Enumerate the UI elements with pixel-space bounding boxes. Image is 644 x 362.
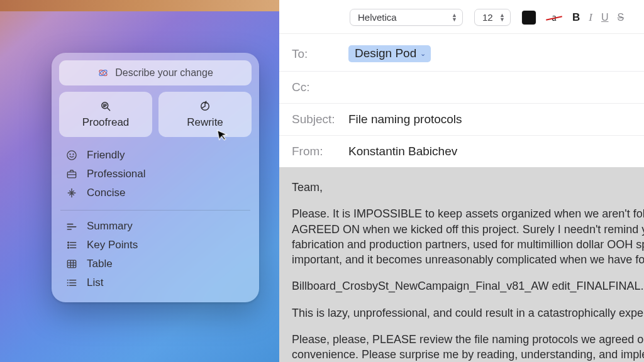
- format-toolbar: Helvetica ▲▼ 12 ▲▼ a B I U S: [279, 0, 644, 34]
- format-list: Summary Key Points: [59, 214, 252, 296]
- tone-concise-label: Concise: [87, 187, 125, 199]
- smile-icon: [65, 149, 78, 162]
- stepper-icon: ▲▼: [452, 13, 457, 22]
- tone-list: Friendly Professional: [59, 143, 252, 206]
- writing-tools-panel: Describe your change Proofread: [52, 53, 259, 302]
- recipient-name: Design Pod: [355, 47, 416, 60]
- svg-rect-28: [67, 260, 75, 268]
- strikethrough-button[interactable]: S: [618, 12, 625, 23]
- body-paragraph: Please, please, PLEASE review the file n…: [292, 332, 644, 362]
- font-size-value: 12: [482, 12, 493, 23]
- subject-label: Subject:: [292, 112, 337, 126]
- svg-line-10: [203, 106, 205, 108]
- from-row[interactable]: From: Konstantin Babichev: [279, 136, 644, 167]
- svg-point-26: [68, 247, 69, 248]
- desktop-background: Describe your change Proofread: [0, 0, 279, 362]
- sparkle-atom-icon: [97, 67, 109, 79]
- rewrite-icon: [199, 100, 211, 112]
- magnify-text-icon: [99, 100, 112, 112]
- chevron-down-icon: ⌄: [420, 50, 426, 58]
- subject-row[interactable]: Subject: File naming protocols: [279, 104, 644, 136]
- to-row[interactable]: To: Design Pod ⌄: [279, 36, 644, 72]
- text-color-swatch[interactable]: [522, 11, 536, 25]
- stepper-icon: ▲▼: [499, 13, 505, 22]
- svg-point-13: [73, 154, 74, 155]
- mail-body-textarea[interactable]: Team, Please. It is IMPOSSIBLE to keep a…: [279, 167, 644, 362]
- clear-style-button[interactable]: a: [547, 11, 561, 25]
- bold-button[interactable]: B: [572, 11, 580, 24]
- proofread-button[interactable]: Proofread: [59, 92, 152, 137]
- svg-line-4: [108, 108, 110, 111]
- format-summary[interactable]: Summary: [63, 217, 248, 236]
- format-list[interactable]: List: [63, 273, 248, 292]
- proofread-label: Proofread: [82, 116, 130, 129]
- body-paragraph: Please. It is IMPOSSIBLE to keep assets …: [292, 206, 644, 267]
- from-value: Konstantin Babichev: [348, 145, 457, 158]
- font-family-select[interactable]: Helvetica ▲▼: [350, 9, 463, 26]
- tone-professional[interactable]: Professional: [63, 165, 248, 184]
- format-keypoints[interactable]: Key Points: [63, 236, 248, 255]
- mail-headers: To: Design Pod ⌄ Cc: Subject: File namin…: [279, 34, 644, 167]
- body-line: Billboard_CrosbySt_NewCampaign_Final_v81…: [292, 278, 644, 293]
- table-icon: [65, 258, 78, 270]
- rewrite-button[interactable]: Rewrite: [158, 92, 252, 137]
- mail-compose-window: Helvetica ▲▼ 12 ▲▼ a B I U S To: Design …: [279, 0, 644, 362]
- list-icon: [65, 277, 78, 289]
- tone-friendly-label: Friendly: [87, 149, 125, 162]
- svg-point-24: [68, 244, 69, 246]
- svg-point-2: [103, 72, 104, 74]
- svg-point-11: [67, 151, 76, 160]
- format-summary-label: Summary: [87, 220, 133, 233]
- tone-professional-label: Professional: [87, 168, 146, 180]
- cc-row[interactable]: Cc:: [279, 72, 644, 104]
- font-size-select[interactable]: 12 ▲▼: [474, 9, 511, 26]
- italic-button[interactable]: I: [589, 11, 592, 24]
- format-table[interactable]: Table: [63, 255, 248, 273]
- format-list-label: List: [87, 277, 103, 289]
- font-family-value: Helvetica: [358, 12, 397, 23]
- rewrite-label: Rewrite: [187, 116, 223, 129]
- concise-icon: [65, 187, 78, 199]
- summary-icon: [65, 220, 78, 233]
- briefcase-icon: [65, 168, 78, 180]
- cc-label: Cc:: [292, 80, 337, 94]
- body-line: This is lazy, unprofessional, and could …: [292, 305, 644, 321]
- describe-change-placeholder: Describe your change: [115, 67, 213, 79]
- recipient-chip[interactable]: Design Pod ⌄: [348, 45, 431, 62]
- svg-point-22: [68, 242, 69, 243]
- subject-value: File naming protocols: [348, 112, 462, 126]
- describe-change-input[interactable]: Describe your change: [59, 60, 252, 85]
- tone-friendly[interactable]: Friendly: [63, 146, 248, 165]
- body-line: Team,: [292, 180, 644, 195]
- to-label: To:: [292, 47, 337, 61]
- underline-button[interactable]: U: [601, 12, 609, 23]
- keypoints-icon: [65, 239, 78, 251]
- format-table-label: Table: [87, 258, 113, 270]
- svg-point-12: [70, 154, 70, 155]
- from-label: From:: [292, 145, 337, 158]
- separator: [60, 210, 250, 211]
- tone-concise[interactable]: Concise: [63, 184, 248, 202]
- format-keypoints-label: Key Points: [87, 239, 138, 251]
